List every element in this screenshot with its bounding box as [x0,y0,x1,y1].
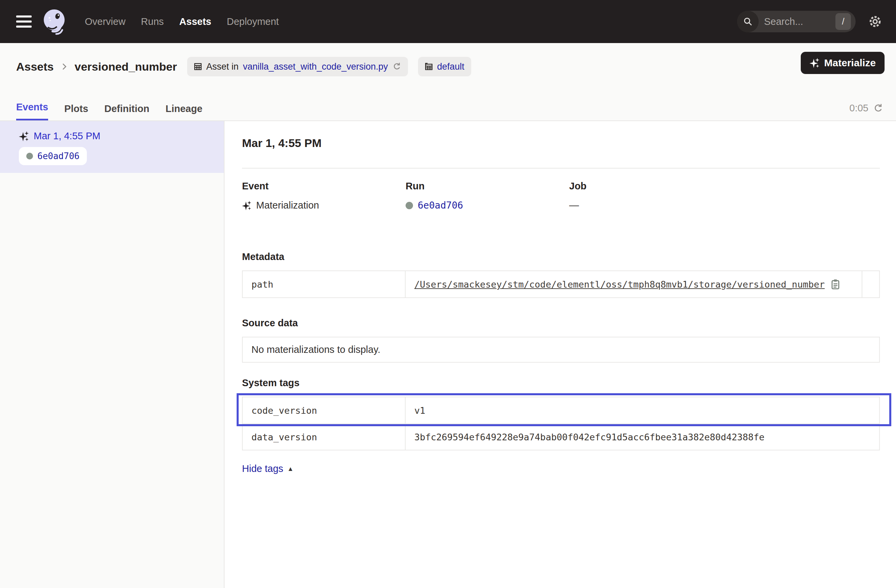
nav-item-overview[interactable]: Overview [85,16,125,27]
top-nav: Overview Runs Assets Deployment / [0,0,896,43]
refresh-timer: 0:05 [850,103,896,120]
tab-lineage[interactable]: Lineage [166,103,203,120]
code-file-link[interactable]: vanilla_asset_with_code_version.py [243,62,388,72]
dagster-logo-icon[interactable] [41,8,69,36]
divider [242,168,880,169]
table-row-data-version: data_version 3bfc269594ef649228e9a74bab0… [243,424,879,450]
metadata-key: path [243,271,405,297]
materialize-button[interactable]: Materialize [801,52,885,74]
breadcrumb: Assets versioned_number Asset in vanilla… [16,56,896,77]
copy-clipboard-icon[interactable] [830,278,841,290]
event-summary: Event Materialization Run 6e0ad706 [242,181,880,211]
tag-key: code_version [243,397,405,424]
refresh-icon[interactable] [873,103,883,113]
event-detail-title: Mar 1, 4:55 PM [242,137,880,150]
page-header: Assets versioned_number Asset in vanilla… [0,43,896,121]
breadcrumb-assets-link[interactable]: Assets [16,60,54,73]
source-data-empty-state: No materializations to display. [242,337,880,363]
search-shortcut-key: / [835,13,851,30]
path-value-link[interactable]: /Users/smackesey/stm/code/elementl/oss/t… [414,279,824,290]
reload-icon[interactable] [392,62,401,71]
materialize-button-label: Materialize [824,57,876,68]
settings-gear-icon[interactable] [868,14,882,29]
job-label: Job [569,181,880,192]
materialization-sparkle-icon [19,131,29,141]
empty-message: No materializations to display. [251,344,380,355]
metadata-table: path /Users/smackesey/stm/code/elementl/… [242,270,880,298]
event-timestamp-link[interactable]: Mar 1, 4:55 PM [34,131,100,141]
summary-event-col: Event Materialization [242,181,405,211]
search-icon [737,11,759,32]
search-bar[interactable]: / [737,11,856,32]
asset-location-badge[interactable]: Asset in vanilla_asset_with_code_version… [187,57,408,76]
summary-job-col: Job — [569,181,880,211]
metadata-heading: Metadata [242,251,880,262]
nav-item-deployment[interactable]: Deployment [227,16,279,27]
nav-item-runs[interactable]: Runs [141,16,164,27]
page-title: versioned_number [75,60,177,73]
primary-nav: Overview Runs Assets Deployment [85,16,279,27]
search-input[interactable] [764,16,824,27]
run-id-label: 6e0ad706 [37,151,79,161]
nav-item-assets[interactable]: Assets [180,16,211,27]
materialization-sparkle-icon [242,201,251,210]
group-grid-icon [425,62,433,71]
tab-definition[interactable]: Definition [104,103,149,120]
tag-value: 3bfc269594ef649228e9a74bab00f042efc91d5a… [405,424,879,450]
run-status-dot [405,202,413,209]
table-row: path /Users/smackesey/stm/code/elementl/… [243,271,879,297]
tab-bar: Events Plots Definition Lineage 0:05 [16,102,896,120]
event-type-value: Materialization [256,200,319,211]
asset-location-prefix: Asset in [206,62,239,72]
tag-value: v1 [405,397,879,424]
event-detail-panel: Mar 1, 4:55 PM Event Materialization Run [224,121,896,588]
hamburger-menu-icon[interactable] [16,15,32,27]
table-row-code-version: code_version v1 [243,397,879,424]
source-data-heading: Source data [242,318,880,329]
asset-grid-icon [194,62,202,71]
summary-run-col: Run 6e0ad706 [405,181,569,211]
run-label: Run [405,181,569,192]
sparkle-icon [809,58,820,68]
group-link[interactable]: default [437,62,465,72]
hide-tags-toggle[interactable]: Hide tags ▲ [242,463,294,474]
run-id-pill[interactable]: 6e0ad706 [19,147,87,165]
metadata-actions-cell [862,271,879,297]
hide-tags-label: Hide tags [242,463,283,474]
caret-up-icon: ▲ [288,465,294,473]
chevron-right-icon [60,62,69,71]
tab-events[interactable]: Events [16,102,48,120]
job-value: — [569,200,579,211]
event-label: Event [242,181,405,192]
run-status-dot [26,153,33,160]
refresh-countdown: 0:05 [850,103,869,114]
system-tags-heading: System tags [242,377,880,389]
asset-group-badge[interactable]: default [418,57,471,76]
system-tags-table: code_version v1 data_version 3bfc269594e… [242,397,880,450]
events-sidebar: Mar 1, 4:55 PM 6e0ad706 [0,121,224,588]
run-id-link[interactable]: 6e0ad706 [418,200,463,211]
tag-key: data_version [243,424,405,450]
event-list-item[interactable]: Mar 1, 4:55 PM 6e0ad706 [0,121,224,173]
tab-plots[interactable]: Plots [64,103,88,120]
